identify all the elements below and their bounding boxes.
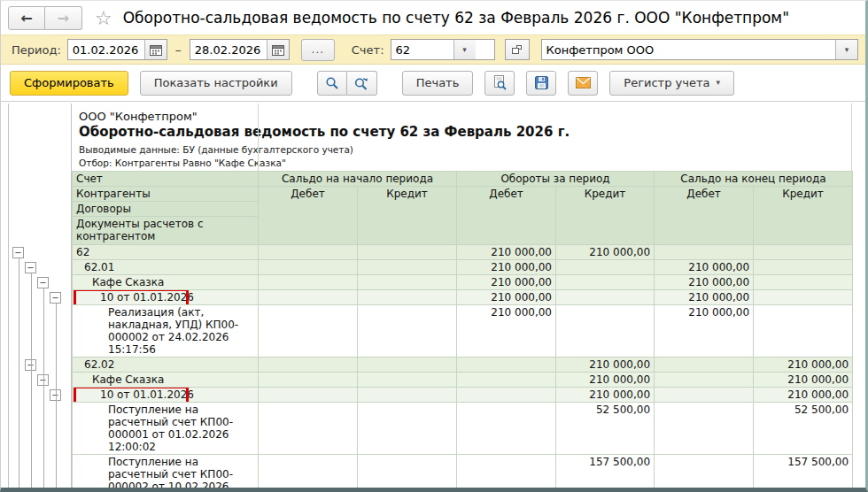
cell-value[interactable] bbox=[655, 357, 754, 373]
cell-value[interactable]: 52 500,00 bbox=[754, 403, 853, 455]
register-menu-button[interactable]: Регистр учета ▾ bbox=[609, 71, 734, 96]
cell-value[interactable]: 210 000,00 bbox=[457, 260, 556, 275]
cell-value[interactable] bbox=[754, 290, 853, 305]
cell-value[interactable]: 210 000,00 bbox=[457, 245, 556, 260]
cell-value[interactable] bbox=[358, 260, 457, 275]
cell-value[interactable] bbox=[655, 245, 754, 260]
cell-account[interactable]: Реализация (акт, накладная, УПД) КП00-00… bbox=[73, 305, 259, 357]
cell-account[interactable]: Кафе Сказка bbox=[73, 373, 259, 388]
cell-value[interactable] bbox=[259, 305, 358, 357]
cell-value[interactable]: 210 000,00 bbox=[556, 357, 655, 373]
collapse-group-toggle[interactable]: − bbox=[25, 262, 36, 273]
cell-value[interactable]: 210 000,00 bbox=[655, 290, 754, 305]
cell-value[interactable] bbox=[259, 403, 358, 455]
cell-value[interactable] bbox=[259, 357, 358, 373]
account-dropdown-button[interactable]: ▾ bbox=[453, 40, 476, 59]
cell-value[interactable] bbox=[358, 357, 457, 373]
cell-value[interactable] bbox=[259, 373, 358, 388]
cell-value[interactable] bbox=[457, 357, 556, 373]
collapse-group-toggle[interactable]: − bbox=[37, 374, 49, 386]
search-button[interactable] bbox=[317, 71, 347, 96]
cell-value[interactable]: 210 000,00 bbox=[556, 388, 655, 403]
cell-value[interactable] bbox=[358, 290, 457, 305]
table-row[interactable]: Поступление на расчетный счет КП00-00000… bbox=[73, 403, 853, 455]
cell-value[interactable] bbox=[457, 373, 556, 388]
forward-button[interactable]: → bbox=[45, 6, 82, 30]
cell-account[interactable]: Поступление на расчетный счет КП00-00000… bbox=[73, 403, 259, 455]
collapse-group-toggle[interactable]: − bbox=[50, 389, 61, 401]
account-open-button[interactable] bbox=[505, 39, 530, 60]
cell-value[interactable] bbox=[358, 245, 457, 260]
cell-account[interactable]: 10 от 01.01.2026 bbox=[73, 290, 259, 305]
cell-value[interactable]: 210 000,00 bbox=[457, 275, 556, 290]
send-email-button[interactable] bbox=[568, 71, 598, 96]
organization-dropdown-button[interactable]: ▾ bbox=[835, 40, 857, 59]
cell-value[interactable]: 210 000,00 bbox=[754, 373, 853, 388]
favorite-star-icon[interactable]: ☆ bbox=[95, 7, 112, 29]
table-row[interactable]: 10 от 01.01.2026210 000,00210 000,00 bbox=[73, 388, 853, 403]
period-to-input[interactable] bbox=[190, 40, 267, 59]
organization-input[interactable] bbox=[542, 40, 835, 59]
table-row[interactable]: Кафе Сказка210 000,00210 000,00 bbox=[73, 275, 853, 290]
cell-value[interactable]: 210 000,00 bbox=[457, 305, 556, 357]
calendar-button-from[interactable] bbox=[144, 40, 167, 59]
cell-account[interactable]: 10 от 01.01.2026 bbox=[73, 388, 259, 403]
calendar-button-to[interactable] bbox=[267, 40, 289, 59]
cell-value[interactable] bbox=[358, 275, 457, 290]
cell-value[interactable] bbox=[457, 403, 556, 455]
show-settings-button[interactable]: Показать настройки bbox=[140, 71, 292, 96]
cell-value[interactable] bbox=[358, 373, 457, 388]
cell-value[interactable]: 210 000,00 bbox=[655, 305, 754, 357]
cell-account[interactable]: Поступление на расчетный счет КП00-00000… bbox=[73, 455, 259, 488]
cell-value[interactable] bbox=[259, 388, 358, 403]
cell-value[interactable] bbox=[358, 403, 457, 455]
cell-value[interactable]: 210 000,00 bbox=[655, 275, 754, 290]
collapse-group-toggle[interactable]: − bbox=[37, 277, 49, 288]
cell-value[interactable]: 157 500,00 bbox=[754, 455, 853, 488]
cell-value[interactable] bbox=[655, 455, 754, 488]
print-button[interactable]: Печать bbox=[402, 71, 474, 96]
cell-value[interactable] bbox=[754, 260, 853, 275]
back-button[interactable]: ← bbox=[8, 6, 45, 30]
table-row[interactable]: Поступление на расчетный счет КП00-00000… bbox=[73, 455, 853, 488]
cell-value[interactable] bbox=[556, 305, 655, 357]
cell-value[interactable]: 52 500,00 bbox=[556, 403, 655, 455]
cell-value[interactable]: 210 000,00 bbox=[655, 260, 754, 275]
save-button[interactable] bbox=[526, 71, 556, 96]
cell-value[interactable] bbox=[259, 275, 358, 290]
cell-value[interactable] bbox=[457, 388, 556, 403]
cell-value[interactable] bbox=[556, 290, 655, 305]
cell-account[interactable]: Кафе Сказка bbox=[73, 275, 259, 290]
cell-value[interactable] bbox=[754, 305, 853, 357]
cell-value[interactable] bbox=[754, 275, 853, 290]
cell-value[interactable] bbox=[358, 455, 457, 488]
cell-value[interactable]: 157 500,00 bbox=[556, 455, 655, 488]
cell-value[interactable]: 210 000,00 bbox=[556, 245, 655, 260]
cell-value[interactable]: 210 000,00 bbox=[556, 373, 655, 388]
print-preview-button[interactable] bbox=[484, 71, 515, 96]
cell-value[interactable]: 210 000,00 bbox=[457, 290, 556, 305]
cell-value[interactable] bbox=[358, 305, 457, 357]
table-row[interactable]: 10 от 01.01.2026210 000,00210 000,00 bbox=[73, 290, 853, 305]
search-next-button[interactable] bbox=[347, 71, 377, 96]
cell-value[interactable] bbox=[358, 388, 457, 403]
cell-value[interactable]: 210 000,00 bbox=[754, 388, 853, 403]
collapse-group-toggle[interactable]: − bbox=[12, 247, 24, 258]
cell-value[interactable] bbox=[754, 245, 853, 260]
cell-value[interactable] bbox=[259, 455, 358, 488]
cell-account[interactable]: 62.02 bbox=[73, 357, 259, 373]
generate-button[interactable]: Сформировать bbox=[10, 71, 128, 96]
cell-value[interactable] bbox=[259, 245, 358, 260]
collapse-group-toggle[interactable]: − bbox=[25, 359, 36, 371]
table-row[interactable]: 62.01210 000,00210 000,00 bbox=[73, 260, 853, 275]
cell-value[interactable] bbox=[457, 455, 556, 488]
cell-account[interactable]: 62.01 bbox=[73, 260, 259, 275]
collapse-group-toggle[interactable]: − bbox=[50, 292, 61, 304]
table-row[interactable]: Кафе Сказка210 000,00210 000,00 bbox=[73, 373, 853, 388]
cell-value[interactable] bbox=[556, 260, 655, 275]
cell-value[interactable] bbox=[655, 388, 754, 403]
table-row[interactable]: Реализация (акт, накладная, УПД) КП00-00… bbox=[73, 305, 853, 357]
cell-value[interactable] bbox=[259, 290, 358, 305]
cell-value[interactable] bbox=[259, 260, 358, 275]
table-row[interactable]: 62210 000,00210 000,00 bbox=[73, 245, 853, 260]
